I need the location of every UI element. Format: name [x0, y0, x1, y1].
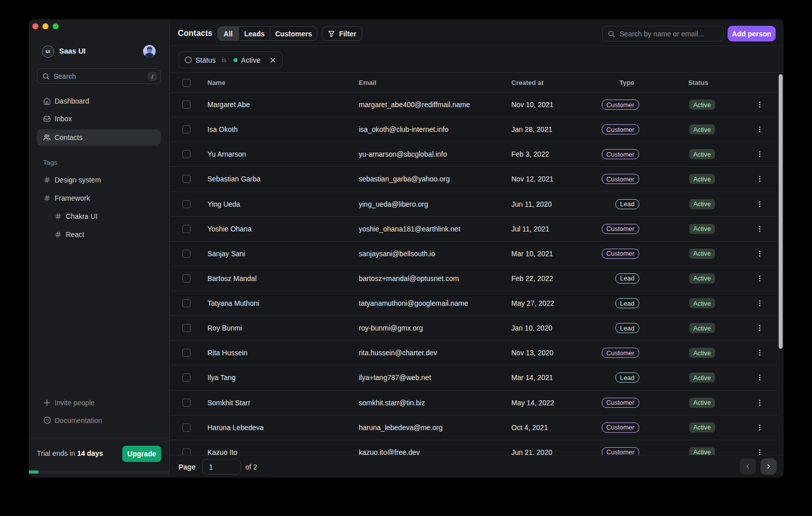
svg-text:?: ? — [46, 418, 49, 423]
